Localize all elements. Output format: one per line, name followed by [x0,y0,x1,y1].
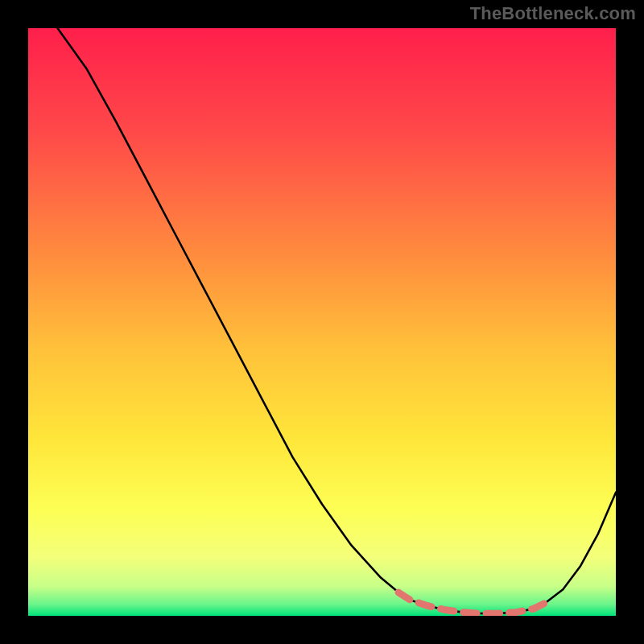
watermark-text: TheBottleneck.com [470,3,636,24]
chart-stage: TheBottleneck.com [0,0,644,644]
bottleneck-curve [58,28,617,613]
plot-area [28,28,616,616]
optimal-marker-track [398,592,546,613]
chart-lines [28,28,616,616]
